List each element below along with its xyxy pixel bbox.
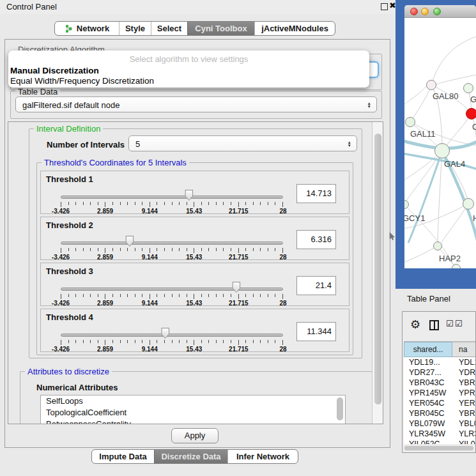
slider-track[interactable] [61, 196, 283, 199]
threshold-4-value-field[interactable]: 11.344 [296, 322, 336, 341]
network-view-window: GAL80 G C GAL11 GAL4 GCY1 H HAP2 [404, 5, 476, 268]
table-row[interactable]: YBR045CYBR0 [404, 408, 475, 418]
node-label-hap2: HAP2 [439, 254, 461, 263]
slider-ticks-major [61, 340, 283, 345]
threshold-1-box: Threshold 1 -3.426 2.859 9.144 15.43 21.… [40, 171, 349, 214]
split-columns-icon[interactable] [429, 320, 439, 330]
apply-button[interactable]: Apply [171, 428, 219, 443]
network-node-gal80[interactable] [426, 80, 436, 90]
mouse-cursor [389, 233, 395, 242]
tab-network-label: Network [77, 24, 109, 33]
node-label-gal4: GAL4 [444, 159, 465, 169]
table-data-value: galFiltered.sif default node [22, 100, 119, 109]
tab-cyni-toolbox[interactable]: Cyni Toolbox [187, 22, 254, 35]
dropdown-option-manual-discretization[interactable]: Manual Discretization [10, 66, 99, 75]
table-data-combobox[interactable]: galFiltered.sif default node ▲▼ [15, 96, 377, 112]
table-row[interactable]: YBR043CYBR0 [404, 378, 475, 388]
node-label-g: G [470, 95, 476, 104]
node-label-gal11: GAL11 [410, 129, 436, 139]
network-node-h[interactable] [463, 198, 474, 210]
threshold-4-slider[interactable]: -3.426 2.859 9.144 15.43 21.715 28 [61, 326, 283, 351]
tab-impute-data[interactable]: Impute Data [92, 450, 154, 463]
algorithm-dropdown-popup: Select algorithm to view settings Manual… [8, 50, 369, 88]
control-panel-tabs: Network Style Select Cyni Toolbox jActiv… [54, 21, 335, 36]
table-data-group-label: Table Data [15, 87, 60, 96]
column-header-shared[interactable]: shared... [404, 342, 452, 357]
list-item[interactable]: SelfLoops [41, 395, 345, 407]
thresholds-group-label: Threshold's Coordinates for 5 Intervals [42, 158, 189, 167]
list-item[interactable]: BetweennessCentrality [41, 418, 345, 424]
slider-thumb[interactable] [232, 282, 240, 293]
slider-ticks-major [61, 248, 283, 253]
threshold-3-box: Threshold 3 -3.426 2.859 9.144 15.43 21.… [40, 263, 349, 306]
network-node-hap2[interactable] [433, 242, 442, 250]
network-node-c-red[interactable] [466, 108, 476, 119]
threshold-2-value-field[interactable]: 6.316 [296, 230, 336, 249]
table-row[interactable]: YDL19...YDL1 [404, 357, 475, 367]
threshold-3-slider[interactable]: -3.426 2.859 9.144 15.43 21.715 28 [61, 280, 283, 305]
tab-infer-network[interactable]: Infer Network [227, 450, 298, 463]
threshold-1-slider[interactable]: -3.426 2.859 9.144 15.43 21.715 28 [61, 188, 283, 213]
number-of-intervals-combobox[interactable]: 5 ▲▼ [128, 135, 357, 151]
minimize-traffic-light[interactable] [421, 8, 429, 15]
network-node-partial[interactable] [452, 264, 461, 268]
slider-thumb[interactable] [185, 190, 193, 201]
cyni-mode-tabs: Impute Data Discretize Data Infer Networ… [91, 449, 298, 464]
table-row[interactable]: YLR345WYLR3 [404, 429, 475, 439]
threshold-1-label: Threshold 1 [46, 174, 93, 184]
tab-select[interactable]: Select [151, 22, 187, 35]
network-view-frame: GAL80 G C GAL11 GAL4 GCY1 H HAP2 [395, 0, 476, 289]
network-window-titlebar[interactable] [404, 5, 476, 18]
table-row[interactable]: YIL052CYIL0 [404, 439, 475, 444]
slider-ticks-major [61, 202, 283, 207]
tab-network[interactable]: Network [55, 22, 119, 35]
tab-style[interactable]: Style [119, 22, 151, 35]
network-node-g[interactable] [463, 83, 473, 93]
table-row[interactable]: YDR27...YDR2 [404, 367, 475, 378]
horizontal-scrollbar-thumb[interactable] [404, 446, 473, 450]
float-window-icon[interactable] [381, 3, 388, 10]
right-pane: GAL80 G C GAL11 GAL4 GCY1 H HAP2 Table P… [395, 0, 476, 476]
column-header-name[interactable]: na [452, 342, 475, 357]
attributes-group-label: Attributes to discretize [25, 367, 112, 376]
table-row[interactable]: YPR145WYPR1 [404, 388, 475, 398]
combo-stepper-icon: ▲▼ [348, 140, 351, 147]
dropdown-option-equal-width-frequency[interactable]: Equal Width/Frequency Discretization [10, 76, 154, 86]
number-of-intervals-label: Number of Intervals [47, 140, 125, 150]
checkbox-icon[interactable]: ☑ [446, 319, 454, 328]
slider-thumb[interactable] [125, 236, 134, 247]
network-canvas[interactable]: GAL80 G C GAL11 GAL4 GCY1 H HAP2 [404, 18, 476, 268]
checkbox-icon[interactable]: ☑ [455, 319, 463, 328]
threshold-3-value-field[interactable]: 21.4 [296, 276, 336, 295]
network-node-gal11[interactable] [405, 117, 415, 127]
threshold-1-value-field[interactable]: 14.713 [296, 184, 336, 203]
threshold-4-label: Threshold 4 [46, 312, 93, 322]
close-traffic-light[interactable] [410, 8, 418, 15]
list-item[interactable]: TopologicalCoefficient [41, 407, 345, 418]
slider-thumb[interactable] [161, 328, 169, 339]
gear-icon[interactable]: ⚙ [410, 318, 420, 332]
tab-discretize-data[interactable]: Discretize Data [154, 450, 227, 463]
node-label-gal80: GAL80 [433, 91, 458, 101]
tab-jactivemnodules[interactable]: jActiveMNodules [254, 22, 335, 35]
zoom-traffic-light[interactable] [433, 8, 441, 15]
network-node-gal4[interactable] [434, 143, 450, 158]
list-scrollbar[interactable] [337, 397, 343, 420]
combo-stepper-icon: ▲▼ [367, 101, 371, 108]
slider-track[interactable] [61, 242, 283, 245]
control-panel-title: Control Panel [6, 2, 57, 12]
threshold-2-label: Threshold 2 [46, 220, 93, 230]
node-label-h: H [473, 213, 476, 223]
slider-track[interactable] [61, 288, 283, 291]
node-attribute-table: shared... na YDL19...YDL1 YDR27...YDR2 Y… [404, 341, 475, 444]
node-label-c: C [472, 122, 476, 132]
numerical-attributes-label: Numerical Attributes [36, 383, 118, 392]
table-row[interactable]: YER054CYER0 [404, 398, 475, 408]
control-panel-titlebar: Control Panel [0, 0, 395, 14]
slider-track[interactable] [61, 334, 283, 337]
table-row[interactable]: YBL079WYBL0 [404, 418, 475, 429]
threshold-2-box: Threshold 2 -3.426 2.859 9.144 15.43 21.… [40, 217, 349, 260]
threshold-3-label: Threshold 3 [46, 266, 93, 276]
scrollbar-thumb[interactable] [374, 134, 381, 404]
threshold-2-slider[interactable]: -3.426 2.859 9.144 15.43 21.715 28 [61, 234, 283, 259]
